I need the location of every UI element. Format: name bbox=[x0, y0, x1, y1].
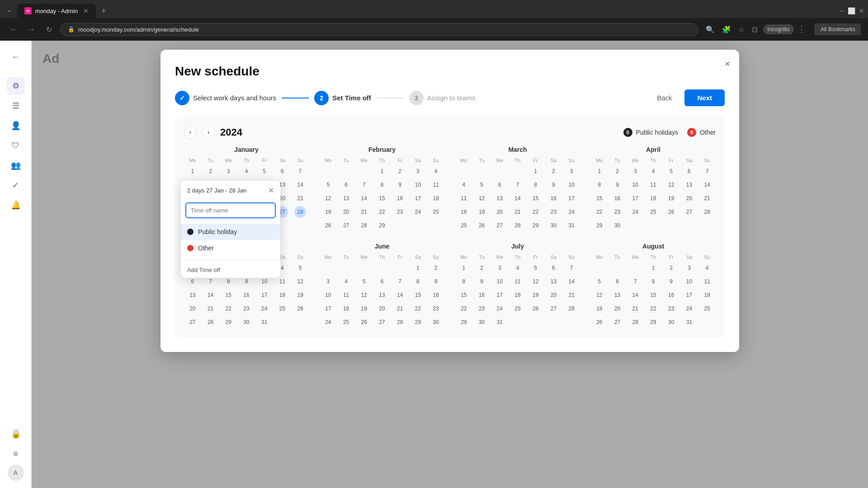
cal-prev-button[interactable]: ‹ bbox=[184, 126, 197, 139]
day-cell[interactable]: 5 bbox=[294, 262, 306, 274]
bookmark-icon[interactable]: ☆ bbox=[736, 23, 746, 36]
day-cell[interactable]: 13 bbox=[376, 289, 388, 301]
day-cell[interactable]: 9 bbox=[547, 179, 559, 191]
day-cell[interactable]: 3 bbox=[566, 165, 577, 177]
day-cell[interactable]: 26 bbox=[358, 316, 370, 328]
forward-nav-button[interactable]: → bbox=[25, 23, 38, 35]
day-cell[interactable]: 10 bbox=[322, 289, 334, 301]
popup-item-other[interactable]: Other bbox=[181, 240, 280, 256]
day-cell[interactable]: 30 bbox=[476, 316, 488, 328]
window-controls-left[interactable]: ← bbox=[4, 5, 15, 16]
day-cell[interactable]: 23 bbox=[394, 206, 406, 218]
day-cell[interactable]: 3 bbox=[322, 276, 334, 287]
day-cell[interactable]: 4 bbox=[430, 165, 442, 177]
day-cell[interactable]: 30 bbox=[241, 316, 252, 328]
day-cell[interactable]: 14 bbox=[205, 289, 217, 301]
day-cell[interactable]: 29 bbox=[647, 316, 659, 328]
day-cell[interactable]: 17 bbox=[566, 192, 577, 204]
day-cell[interactable]: 24 bbox=[494, 303, 505, 314]
day-cell[interactable]: 15 bbox=[647, 289, 659, 301]
day-cell[interactable]: 20 bbox=[494, 206, 505, 218]
day-cell[interactable]: 26 bbox=[530, 303, 542, 314]
day-cell[interactable]: 25 bbox=[430, 206, 442, 218]
tab-close-icon[interactable]: ✕ bbox=[83, 7, 89, 14]
day-cell[interactable]: 11 bbox=[701, 276, 713, 287]
day-cell[interactable]: 18 bbox=[512, 289, 524, 301]
day-cell[interactable]: 10 bbox=[412, 179, 424, 191]
day-cell[interactable]: 5 bbox=[358, 276, 370, 287]
day-cell[interactable]: 30 bbox=[547, 220, 559, 231]
day-cell[interactable]: 7 bbox=[294, 165, 306, 177]
day-cell[interactable]: 6 bbox=[276, 165, 288, 177]
sidebar-shield-icon[interactable]: 🛡 bbox=[7, 136, 25, 155]
day-cell[interactable]: 13 bbox=[187, 289, 198, 301]
day-cell[interactable]: 9 bbox=[430, 276, 442, 287]
day-cell[interactable]: 23 bbox=[430, 303, 442, 314]
day-cell[interactable]: 1 bbox=[376, 165, 388, 177]
day-cell[interactable]: 3 bbox=[494, 262, 505, 274]
day-cell[interactable]: 21 bbox=[629, 303, 641, 314]
day-cell[interactable]: 8 bbox=[412, 276, 424, 287]
sidebar-avatar-icon[interactable]: A bbox=[8, 465, 24, 481]
day-cell[interactable]: 22 bbox=[412, 303, 424, 314]
day-cell[interactable]: 15 bbox=[594, 192, 605, 204]
day-cell[interactable]: 28 bbox=[358, 220, 370, 231]
address-bar[interactable]: 🔒 moodjoy.monday.com/admin/general/sched… bbox=[60, 23, 698, 36]
day-cell[interactable]: 26 bbox=[594, 316, 605, 328]
day-cell[interactable]: 25 bbox=[512, 303, 524, 314]
day-cell[interactable]: 31 bbox=[683, 316, 695, 328]
day-cell[interactable]: 18 bbox=[430, 192, 442, 204]
day-cell[interactable]: 27 bbox=[376, 316, 388, 328]
day-cell[interactable]: 29 bbox=[530, 220, 542, 231]
day-cell[interactable]: 19 bbox=[665, 192, 677, 204]
day-cell[interactable]: 1 bbox=[530, 165, 542, 177]
day-cell[interactable]: 14 bbox=[701, 179, 713, 191]
day-cell[interactable]: 21 bbox=[205, 303, 217, 314]
day-cell[interactable]: 23 bbox=[241, 303, 252, 314]
day-cell[interactable]: 2 bbox=[476, 262, 488, 274]
day-cell[interactable]: 21 bbox=[512, 206, 524, 218]
day-cell[interactable]: 15 bbox=[376, 192, 388, 204]
day-cell[interactable]: 27 bbox=[683, 206, 695, 218]
day-cell[interactable]: 4 bbox=[340, 276, 352, 287]
day-cell[interactable]: 31 bbox=[259, 316, 270, 328]
day-cell[interactable]: 3 bbox=[629, 165, 641, 177]
day-cell[interactable]: 25 bbox=[340, 316, 352, 328]
day-cell[interactable]: 11 bbox=[340, 289, 352, 301]
day-cell[interactable]: 2 bbox=[547, 165, 559, 177]
day-cell[interactable]: 12 bbox=[294, 276, 306, 287]
back-button[interactable]: Back bbox=[650, 90, 679, 105]
sidebar-bell-icon[interactable]: 🔔 bbox=[7, 196, 25, 214]
day-cell[interactable]: 12 bbox=[358, 289, 370, 301]
day-cell[interactable]: 18 bbox=[276, 289, 288, 301]
day-cell[interactable]: 26 bbox=[665, 206, 677, 218]
day-cell[interactable]: 31 bbox=[494, 316, 505, 328]
day-cell[interactable]: 27 bbox=[547, 303, 559, 314]
day-cell[interactable]: 3 bbox=[222, 165, 234, 177]
day-cell[interactable]: 25 bbox=[647, 206, 659, 218]
day-cell[interactable]: 28 bbox=[701, 206, 713, 218]
bookmarks-bar-toggle[interactable]: All Bookmarks bbox=[815, 23, 861, 35]
day-cell[interactable]: 23 bbox=[476, 303, 488, 314]
day-cell[interactable]: 5 bbox=[259, 165, 270, 177]
day-cell[interactable]: 23 bbox=[665, 303, 677, 314]
day-cell[interactable]: 14 bbox=[294, 179, 306, 191]
day-cell[interactable]: 23 bbox=[612, 206, 623, 218]
day-cell[interactable]: 6 bbox=[494, 179, 505, 191]
day-cell[interactable]: 9 bbox=[612, 179, 623, 191]
day-cell[interactable]: 27 bbox=[494, 220, 505, 231]
day-cell[interactable]: 7 bbox=[358, 179, 370, 191]
day-cell[interactable]: 8 bbox=[594, 179, 605, 191]
day-cell[interactable]: 7 bbox=[394, 276, 406, 287]
day-cell[interactable]: 5 bbox=[476, 179, 488, 191]
day-cell[interactable]: 13 bbox=[683, 179, 695, 191]
sidebar-lock-icon[interactable]: 🔒 bbox=[7, 425, 25, 443]
day-cell[interactable]: 7 bbox=[629, 276, 641, 287]
day-cell[interactable]: 27 bbox=[340, 220, 352, 231]
day-cell[interactable]: 6 bbox=[612, 276, 623, 287]
day-cell[interactable]: 22 bbox=[647, 303, 659, 314]
day-cell[interactable]: 22 bbox=[530, 206, 542, 218]
day-cell[interactable]: 2 bbox=[430, 262, 442, 274]
maximize-button[interactable]: ⬜ bbox=[848, 7, 855, 14]
popup-add-time-off[interactable]: Add Time off bbox=[181, 262, 280, 278]
